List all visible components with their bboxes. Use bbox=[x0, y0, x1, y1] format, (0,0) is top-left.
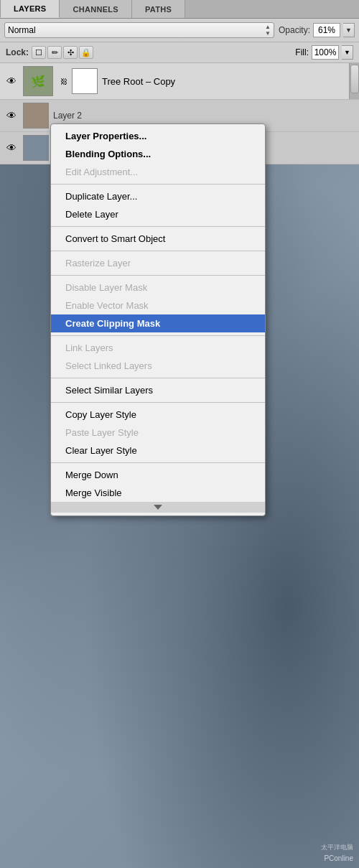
tab-layers[interactable]: LAYERS bbox=[0, 0, 60, 18]
tab-channels[interactable]: CHANNELS bbox=[60, 0, 132, 18]
lock-image-btn[interactable]: ✏ bbox=[47, 46, 62, 59]
menu-item-disable-layer-mask: Disable Layer Mask bbox=[51, 279, 265, 297]
blend-opacity-row: Normal ▲ ▼ Opacity: ▼ bbox=[0, 19, 359, 42]
menu-item-select-similar-layers[interactable]: Select Similar Layers bbox=[51, 381, 265, 399]
menu-item-copy-layer-style[interactable]: Copy Layer Style bbox=[51, 406, 265, 424]
menu-item-merge-down[interactable]: Merge Down bbox=[51, 466, 265, 484]
lock-position-btn[interactable]: ✣ bbox=[63, 46, 78, 59]
menu-item-delete-layer[interactable]: Delete Layer bbox=[51, 205, 265, 223]
menu-down-arrow-icon bbox=[154, 505, 162, 510]
blend-mode-arrows: ▲ ▼ bbox=[265, 24, 271, 37]
opacity-arrow-btn[interactable]: ▼ bbox=[343, 23, 355, 37]
layer-2-thumbnail bbox=[23, 103, 49, 129]
opacity-row: Opacity: ▼ bbox=[279, 23, 355, 37]
layer-mask-thumbnail bbox=[72, 68, 98, 94]
menu-item-enable-vector-mask: Enable Vector Mask bbox=[51, 297, 265, 314]
layer-2-visibility-eye[interactable]: 👁 bbox=[4, 108, 19, 123]
site-brand: PConline bbox=[324, 854, 353, 862]
menu-item-create-clipping-mask[interactable]: Create Clipping Mask bbox=[51, 314, 265, 332]
layer-3-thumbnail bbox=[23, 135, 49, 161]
menu-item-layer-properties[interactable]: Layer Properties... bbox=[51, 127, 265, 145]
menu-item-rasterize-layer: Rasterize Layer bbox=[51, 254, 265, 272]
menu-separator-4 bbox=[51, 275, 265, 276]
opacity-input[interactable] bbox=[313, 23, 340, 37]
layers-panel: LAYERS CHANNELS PATHS Normal ▲ ▼ Opacity… bbox=[0, 0, 359, 164]
tab-bar: LAYERS CHANNELS PATHS bbox=[0, 0, 359, 19]
site-brand-chinese: 太平洋电脑 bbox=[321, 843, 353, 852]
menu-separator-2 bbox=[51, 226, 265, 227]
menu-item-clear-layer-style[interactable]: Clear Layer Style bbox=[51, 442, 265, 459]
lock-row-wrapper: Lock: ☐ ✏ ✣ 🔒 Fill: ▼ bbox=[6, 45, 353, 60]
opacity-label: Opacity: bbox=[279, 25, 310, 35]
lock-pixels-btn[interactable]: ☐ bbox=[32, 46, 46, 59]
layer-item-tree-root[interactable]: 👁 🌿 ⛓ Tree Root – Copy bbox=[0, 63, 359, 100]
lock-fill-row: Lock: ☐ ✏ ✣ 🔒 Fill: ▼ bbox=[0, 42, 359, 63]
menu-separator-1 bbox=[51, 184, 265, 185]
menu-item-select-linked-layers: Select Linked Layers bbox=[51, 357, 265, 375]
fill-input[interactable] bbox=[312, 45, 339, 60]
layer-thumbnail: 🌿 bbox=[23, 66, 53, 96]
menu-separator-3 bbox=[51, 251, 265, 251]
menu-separator-5 bbox=[51, 335, 265, 336]
tab-paths[interactable]: PATHS bbox=[132, 0, 185, 18]
menu-separator-6 bbox=[51, 378, 265, 378]
menu-down-arrow-container bbox=[51, 502, 265, 513]
menu-item-link-layers: Link Layers bbox=[51, 339, 265, 357]
layer-3-visibility-eye[interactable]: 👁 bbox=[4, 141, 19, 155]
context-menu: Layer Properties... Blending Options... … bbox=[50, 123, 266, 516]
layer-name: Tree Root – Copy bbox=[102, 76, 355, 87]
scrollbar[interactable] bbox=[349, 63, 359, 99]
fill-label: Fill: bbox=[295, 47, 309, 57]
menu-item-blending-options[interactable]: Blending Options... bbox=[51, 145, 265, 163]
lock-label: Lock: bbox=[6, 47, 29, 57]
layer-visibility-eye[interactable]: 👁 bbox=[4, 74, 19, 88]
fill-arrow-btn[interactable]: ▼ bbox=[342, 45, 353, 60]
layer-2-name: Layer 2 bbox=[53, 111, 355, 121]
layer-link-icon: ⛓ bbox=[59, 76, 69, 86]
menu-item-merge-visible[interactable]: Merge Visible bbox=[51, 484, 265, 502]
scroll-thumb[interactable] bbox=[350, 65, 359, 93]
blend-mode-select[interactable]: Normal ▲ ▼ bbox=[4, 22, 274, 38]
fill-row: Fill: ▼ bbox=[295, 45, 353, 60]
menu-item-paste-layer-style: Paste Layer Style bbox=[51, 424, 265, 442]
menu-item-convert-smart-object[interactable]: Convert to Smart Object bbox=[51, 230, 265, 248]
menu-separator-7 bbox=[51, 402, 265, 403]
menu-separator-8 bbox=[51, 462, 265, 463]
menu-item-duplicate-layer[interactable]: Duplicate Layer... bbox=[51, 187, 265, 205]
menu-item-edit-adjustment: Edit Adjustment... bbox=[51, 163, 265, 181]
lock-all-btn[interactable]: 🔒 bbox=[79, 46, 93, 59]
blend-mode-value: Normal bbox=[8, 25, 36, 35]
